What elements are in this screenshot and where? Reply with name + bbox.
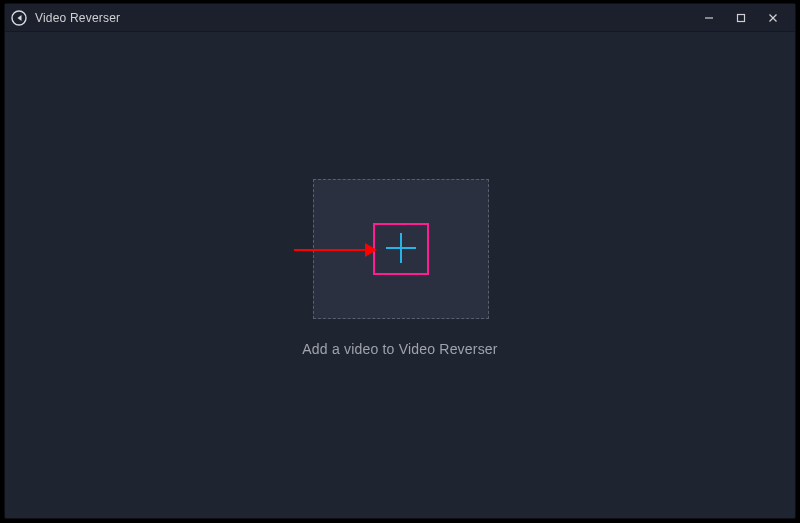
- app-window: Video Reverser Add a video to Video Reve…: [4, 3, 796, 519]
- app-title: Video Reverser: [35, 11, 120, 25]
- add-video-button[interactable]: [383, 230, 419, 266]
- titlebar[interactable]: Video Reverser: [5, 4, 795, 32]
- minimize-button[interactable]: [693, 4, 725, 31]
- dropzone-caption: Add a video to Video Reverser: [5, 341, 795, 357]
- annotation-arrow-line: [294, 249, 370, 251]
- content-area: Add a video to Video Reverser: [5, 32, 795, 518]
- svg-marker-1: [18, 15, 22, 21]
- plus-icon: [383, 230, 419, 266]
- svg-rect-3: [738, 14, 745, 21]
- reverse-icon: [11, 10, 27, 26]
- maximize-button[interactable]: [725, 4, 757, 31]
- annotation-arrow-head-icon: [365, 243, 377, 257]
- close-button[interactable]: [757, 4, 789, 31]
